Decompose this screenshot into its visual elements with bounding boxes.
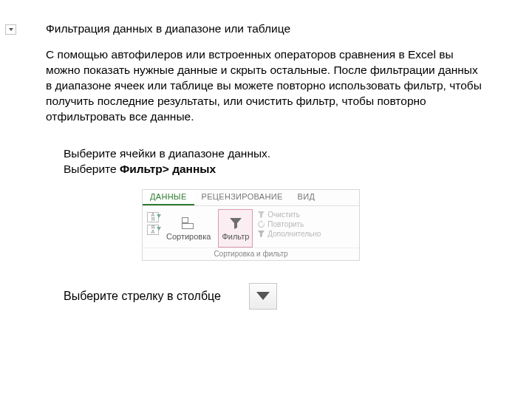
sort-button: Сортировка — [163, 209, 214, 248]
step-2-prefix: Выберите — [64, 163, 120, 175]
clear-icon — [257, 211, 265, 219]
step-3-text: Выберите стрелку в столбце — [64, 290, 221, 303]
page-title: Фильтрация данных в диапазоне или таблиц… — [46, 22, 482, 35]
filter-options: Очистить Повторить Дополнительно — [257, 209, 321, 248]
excel-ribbon: ДАННЫЕ РЕЦЕНЗИРОВАНИЕ ВИД AЯ ЯA Сортиров… — [142, 189, 360, 261]
step-1: Выберите ячейки в диапазоне данных. — [64, 146, 482, 162]
clear-option: Очистить — [257, 211, 321, 219]
reapply-label: Повторить — [267, 220, 304, 228]
margin-dropdown-icon — [5, 24, 16, 35]
document-body: Фильтрация данных в диапазоне или таблиц… — [46, 22, 482, 310]
ribbon-tabs: ДАННЫЕ РЕЦЕНЗИРОВАНИЕ ВИД — [143, 190, 359, 206]
filter-button: Фильтр — [218, 209, 253, 248]
sort-asc-desc-group: AЯ ЯA — [147, 209, 159, 248]
advanced-icon — [257, 230, 265, 238]
tab-view: ВИД — [290, 190, 323, 205]
ribbon-group-caption: Сортировка и фильтр — [143, 248, 359, 260]
step-2-bold: Фильтр> данных — [120, 163, 216, 175]
filter-button-label: Фильтр — [222, 232, 249, 241]
sort-desc-icon: ЯA — [147, 225, 159, 235]
ribbon-body: AЯ ЯA Сортировка Фильтр Очистить — [143, 206, 359, 248]
tab-data: ДАННЫЕ — [143, 190, 194, 205]
sort-icon — [180, 216, 197, 231]
sort-asc-icon: AЯ — [147, 212, 159, 222]
sort-button-label: Сортировка — [166, 232, 211, 241]
chevron-down-icon — [9, 28, 13, 31]
chevron-down-icon — [256, 292, 270, 300]
clear-label: Очистить — [267, 211, 300, 219]
instruction-steps: Выберите ячейки в диапазоне данных. Выбе… — [64, 146, 482, 177]
reapply-option: Повторить — [257, 220, 321, 228]
advanced-label: Дополнительно — [267, 230, 321, 238]
column-filter-arrow-button — [249, 283, 277, 310]
step-3-row: Выберите стрелку в столбце — [64, 283, 482, 310]
step-2: Выберите Фильтр> данных — [64, 161, 482, 177]
ribbon-screenshot: ДАННЫЕ РЕЦЕНЗИРОВАНИЕ ВИД AЯ ЯA Сортиров… — [142, 189, 482, 261]
reapply-icon — [257, 220, 265, 228]
intro-paragraph: С помощью автофилеров или встроенных опе… — [46, 47, 482, 125]
funnel-icon — [228, 216, 244, 231]
tab-review: РЕЦЕНЗИРОВАНИЕ — [194, 190, 290, 205]
advanced-option: Дополнительно — [257, 230, 321, 238]
